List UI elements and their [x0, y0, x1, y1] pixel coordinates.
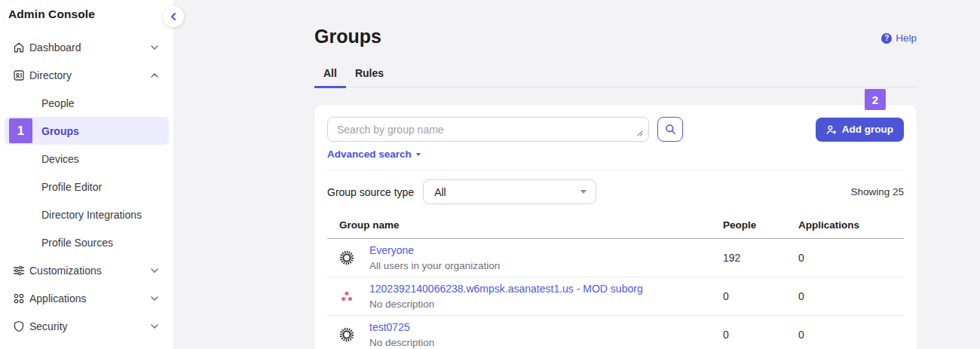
caret-down-icon: [416, 153, 421, 156]
table-row: Everyone All users in your organization …: [327, 239, 904, 277]
app-title: Admin Console: [0, 0, 173, 21]
add-group-button[interactable]: Add group: [816, 118, 904, 142]
groups-table: Group name People Applications Everyone …: [327, 215, 904, 349]
group-source-type-label: Group source type: [327, 186, 414, 198]
annotation-step-2: 2: [865, 89, 886, 110]
search-button[interactable]: [657, 117, 683, 142]
help-icon: ?: [881, 33, 892, 44]
sidebar-item-label: Customizations: [29, 265, 151, 277]
shield-icon: [13, 320, 25, 332]
tab-rules[interactable]: Rules: [346, 67, 393, 88]
group-description: All users in your organization: [369, 260, 500, 271]
okta-group-icon: [339, 250, 354, 265]
search-row: Add group: [327, 117, 904, 142]
search-box: [327, 117, 649, 142]
apps-grid-icon: [13, 292, 25, 305]
sidebar-item-people[interactable]: People: [5, 89, 169, 117]
group-name-cell: 1202392140066238.w6mpsk.asanatest1.us - …: [327, 283, 723, 310]
advanced-search-link[interactable]: Advanced search: [327, 148, 421, 160]
group-description: No description: [369, 337, 434, 348]
sidebar-item-label: Devices: [41, 153, 158, 165]
chevron-up-icon: [151, 73, 158, 78]
people-count: 192: [723, 252, 798, 264]
filter-row: Group source type All Showing 25: [327, 179, 904, 204]
sidebar-item-label: Profile Sources: [41, 237, 158, 249]
person-plus-icon: [826, 124, 837, 135]
divider: [327, 170, 904, 170]
sidebar-item-profile-sources[interactable]: Profile Sources: [5, 228, 169, 256]
chevron-down-icon: [151, 296, 158, 301]
advanced-search-label: Advanced search: [327, 148, 412, 160]
chevron-left-icon: [170, 13, 176, 20]
table-header: Group name People Applications: [327, 215, 904, 239]
showing-count: Showing 25: [850, 186, 904, 197]
people-count: 0: [723, 290, 798, 302]
applications-count: 0: [798, 329, 904, 341]
okta-group-icon: [339, 327, 354, 342]
page-title: Groups: [314, 26, 381, 47]
sidebar-item-dashboard[interactable]: Dashboard: [5, 33, 169, 61]
group-name-cell: test0725 No description: [327, 321, 723, 348]
help-link[interactable]: ? Help: [881, 32, 917, 44]
applications-count: 0: [798, 252, 904, 264]
tab-all[interactable]: All: [314, 67, 346, 88]
select-value: All: [434, 186, 446, 198]
group-link[interactable]: 1202392140066238.w6mpsk.asanatest1.us - …: [369, 283, 643, 295]
sidebar-item-label: Directory Integrations: [41, 209, 158, 221]
sidebar-item-applications[interactable]: Applications: [5, 284, 169, 312]
table-row: test0725 No description 0 0: [327, 316, 904, 349]
sidebar-item-label: Groups: [41, 125, 158, 137]
sliders-icon: [13, 265, 25, 277]
sidebar-item-devices[interactable]: Devices: [5, 145, 169, 173]
search-input[interactable]: [327, 117, 649, 142]
group-name-cell: Everyone All users in your organization: [327, 244, 723, 271]
people-count: 0: [723, 329, 798, 341]
search-icon: [665, 124, 676, 135]
caret-down-icon: [580, 190, 586, 194]
main-content: Groups ? Help All Rules 2: [173, 0, 980, 349]
column-header-people: People: [723, 219, 798, 231]
sidebar-item-customizations[interactable]: Customizations: [5, 256, 169, 284]
directory-icon: [13, 69, 25, 81]
resize-handle-icon[interactable]: [636, 130, 643, 136]
sidebar-item-label: Directory: [29, 69, 151, 81]
add-group-label: Add group: [842, 124, 893, 135]
sidebar-item-label: Applications: [29, 292, 151, 305]
applications-count: 0: [798, 290, 904, 302]
group-description: No description: [369, 298, 643, 310]
asana-icon: [339, 289, 354, 304]
sidebar-item-directory-integrations[interactable]: Directory Integrations: [5, 201, 169, 228]
chevron-down-icon: [151, 45, 158, 50]
annotation-step-1: 1: [9, 118, 32, 143]
sidebar-item-profile-editor[interactable]: Profile Editor: [5, 173, 169, 201]
sidebar-item-label: Profile Editor: [41, 181, 158, 193]
sidebar-item-label: Security: [29, 320, 151, 332]
sidebar-item-label: People: [41, 97, 158, 109]
home-icon: [13, 41, 25, 54]
group-link[interactable]: Everyone: [369, 244, 414, 256]
tab-bar: All Rules: [314, 67, 917, 87]
column-header-applications: Applications: [798, 219, 904, 231]
sidebar-collapse-button[interactable]: [163, 6, 184, 27]
column-header-group-name: Group name: [327, 219, 723, 231]
page-header: Groups ? Help: [314, 26, 917, 47]
help-label: Help: [896, 32, 917, 44]
table-row: 1202392140066238.w6mpsk.asanatest1.us - …: [327, 277, 904, 316]
sidebar-item-security[interactable]: Security: [5, 312, 169, 340]
sidebar-item-directory[interactable]: Directory: [5, 61, 169, 89]
sidebar: Admin Console 1 Dashboard Directory Peop…: [0, 0, 173, 349]
chevron-down-icon: [151, 324, 158, 329]
chevron-down-icon: [151, 268, 158, 273]
sidebar-item-label: Dashboard: [29, 41, 151, 54]
group-link[interactable]: test0725: [369, 321, 410, 333]
groups-card: 2 Add group Advanced search: [314, 105, 917, 349]
group-source-type-select[interactable]: All: [423, 179, 596, 204]
sidebar-nav: Dashboard Directory People Groups Device…: [0, 33, 173, 340]
